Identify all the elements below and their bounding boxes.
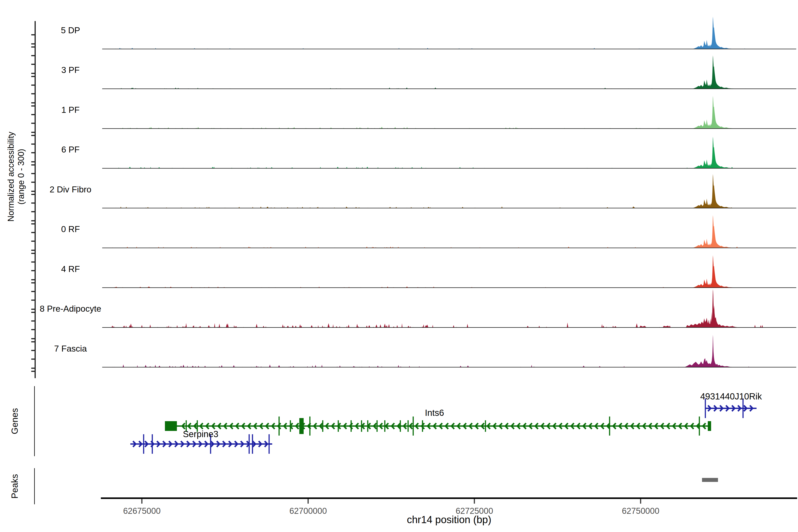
x-tick-label: 62675000 (123, 506, 160, 516)
exon-tick (290, 420, 291, 432)
genes-bracket (34, 386, 35, 456)
y-axis-spine (35, 21, 36, 378)
track-label-4-rf: 4 RF (61, 264, 80, 274)
exon-box (708, 421, 711, 431)
peak-interval (702, 478, 718, 482)
exon-tick (384, 420, 385, 432)
coverage-plot-figure: 5 DP3 PF1 PF6 PF2 Div Fibro0 RF4 RF8 Pre… (0, 0, 798, 532)
x-tick-label: 62750000 (622, 506, 659, 516)
exon-tick (422, 420, 423, 432)
exon-tick (361, 420, 362, 432)
exon-tick (351, 420, 352, 432)
track-label-1-pf: 1 PF (61, 105, 80, 115)
track-label-2-div-fibro: 2 Div Fibro (50, 185, 92, 194)
gene-label-ints6: Ints6 (425, 408, 444, 418)
y-axis-ticks (31, 35, 35, 371)
gene-label-4931440j10rik: 4931440J10Rik (700, 392, 762, 401)
exon-tick (279, 417, 280, 436)
exon-tick (377, 420, 378, 432)
exon-tick (400, 420, 401, 432)
x-tick-label: 62700000 (289, 506, 327, 516)
exon-tick (413, 417, 414, 436)
exon-tick (269, 434, 270, 454)
track-label-3-pf: 3 PF (61, 65, 80, 75)
track-label-5-dp: 5 DP (61, 25, 80, 35)
exon-tick (705, 399, 706, 418)
exon-tick (249, 434, 250, 454)
exon-tick (252, 434, 253, 454)
genes-section-label: Genes (10, 408, 19, 434)
track-label-6-pf: 6 PF (61, 145, 80, 154)
x-axis-title: chr14 position (bp) (407, 514, 491, 525)
exon-tick (309, 417, 310, 436)
exon-box (165, 421, 177, 431)
exon-tick (143, 434, 144, 454)
x-axis-line (101, 497, 797, 499)
exon-tick (299, 418, 304, 434)
exon-tick (338, 420, 339, 432)
track-label-0-rf: 0 RF (61, 224, 80, 234)
exon-tick (485, 420, 486, 432)
y-axis-title-line1: Normalized accessibility (6, 132, 16, 222)
background (0, 0, 798, 532)
exon-tick (407, 420, 409, 432)
exon-tick (152, 434, 153, 454)
track-label-8-pre-adipocyte: 8 Pre-Adipocyte (40, 304, 101, 314)
peaks-section-label: Peaks (10, 474, 19, 498)
peaks-bracket (34, 468, 35, 504)
called-peaks (702, 478, 718, 482)
track-label-7-fascia: 7 Fascia (54, 344, 87, 353)
chart-svg: 5 DP3 PF1 PF6 PF2 Div Fibro0 RF4 RF8 Pre… (0, 0, 798, 532)
exon-tick (609, 417, 610, 436)
exon-tick (699, 417, 700, 436)
gene-label-serpine3: Serpine3 (183, 429, 218, 439)
exon-tick (367, 420, 368, 432)
exon-tick (322, 420, 323, 432)
exon-tick (743, 399, 744, 418)
y-axis-title-line2: (range 0 - 300) (16, 149, 26, 204)
